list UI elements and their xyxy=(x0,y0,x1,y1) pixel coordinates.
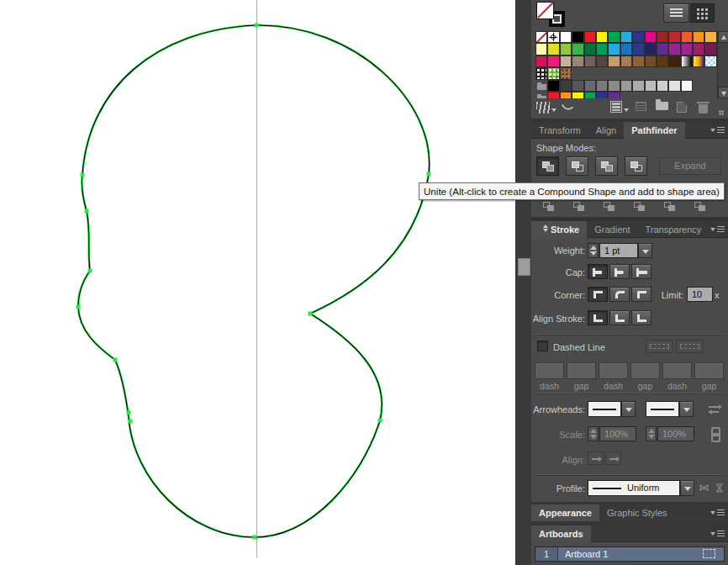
scroll-up-icon[interactable] xyxy=(718,31,728,43)
color-swatch[interactable] xyxy=(657,31,668,43)
scale-start-stepper[interactable] xyxy=(588,426,599,441)
profile-dropdown[interactable] xyxy=(680,480,694,496)
color-swatch[interactable] xyxy=(704,43,716,55)
artboard-canvas[interactable] xyxy=(0,0,515,565)
weight-stepper[interactable] xyxy=(588,243,599,258)
arrowhead-end-combo[interactable] xyxy=(646,401,679,417)
gradient-warm-swatch[interactable] xyxy=(693,55,704,67)
color-swatch[interactable] xyxy=(596,43,608,55)
color-swatch[interactable] xyxy=(693,31,704,43)
tab-graphic-styles[interactable]: Graphic Styles xyxy=(599,504,675,521)
color-swatch[interactable] xyxy=(596,92,608,98)
panel-menu-icon[interactable] xyxy=(710,226,725,232)
color-swatch[interactable] xyxy=(596,80,608,92)
color-swatch[interactable] xyxy=(584,92,596,98)
artboard-icon[interactable] xyxy=(703,549,715,558)
color-group-folder-icon[interactable] xyxy=(535,80,547,92)
color-swatch[interactable] xyxy=(572,92,583,98)
grid-view-menu-dropdown-icon[interactable] xyxy=(624,108,629,112)
expand-button[interactable]: Expand xyxy=(659,157,721,175)
color-swatch[interactable] xyxy=(535,43,547,55)
color-swatch[interactable] xyxy=(560,80,572,92)
color-swatch[interactable] xyxy=(681,31,693,43)
preserve-dash-button[interactable] xyxy=(646,340,673,353)
cap-projecting-button[interactable] xyxy=(631,264,652,279)
weight-field[interactable]: 1 pt xyxy=(599,243,638,258)
intersect-button[interactable] xyxy=(595,156,618,176)
delete-swatch-icon[interactable] xyxy=(699,104,708,114)
color-swatch[interactable] xyxy=(572,80,583,92)
flip-along-icon[interactable]: ⋈ xyxy=(698,482,710,494)
arrowhead-start-dropdown[interactable] xyxy=(621,401,636,417)
grid-view-button[interactable] xyxy=(690,3,715,23)
cap-butt-button[interactable] xyxy=(588,264,608,279)
pattern-texture-swatch[interactable] xyxy=(560,67,572,79)
color-swatch[interactable] xyxy=(632,55,644,67)
tab-transparency[interactable]: Transparency xyxy=(637,221,709,238)
pattern-dots-swatch[interactable] xyxy=(535,67,547,79)
divide-button[interactable] xyxy=(540,199,560,214)
color-swatch[interactable] xyxy=(657,43,668,55)
scale-start-field[interactable]: 100% xyxy=(599,426,636,441)
tab-stroke[interactable]: Stroke xyxy=(531,221,587,238)
profile-combo[interactable]: Uniform xyxy=(588,480,680,496)
scrollbar-thumb[interactable] xyxy=(518,258,530,276)
none-swatch[interactable] xyxy=(535,31,547,43)
merge-button[interactable] xyxy=(600,199,620,214)
gradient-bw-swatch[interactable] xyxy=(681,55,693,67)
color-swatch[interactable] xyxy=(620,55,632,67)
gap-field[interactable] xyxy=(694,362,724,379)
color-swatch[interactable] xyxy=(681,80,693,92)
swatch-options-icon[interactable] xyxy=(636,102,646,111)
color-swatch[interactable] xyxy=(632,43,644,55)
color-swatch[interactable] xyxy=(681,43,693,55)
scale-end-field[interactable]: 100% xyxy=(657,426,694,441)
color-swatch[interactable] xyxy=(620,43,632,55)
align-stroke-outside-button[interactable] xyxy=(631,310,652,325)
color-swatch[interactable] xyxy=(560,55,572,67)
color-swatch[interactable] xyxy=(596,31,608,43)
color-swatch[interactable] xyxy=(608,92,620,98)
link-scales-icon[interactable] xyxy=(710,427,719,441)
scroll-down-icon[interactable] xyxy=(718,87,728,98)
color-swatch[interactable] xyxy=(547,92,559,98)
color-swatch[interactable] xyxy=(596,55,608,67)
new-color-group-icon[interactable] xyxy=(656,102,668,110)
registration-swatch[interactable] xyxy=(547,31,559,43)
color-swatch[interactable] xyxy=(668,31,680,43)
color-swatch[interactable] xyxy=(535,55,547,67)
color-swatch[interactable] xyxy=(620,31,632,43)
panel-resize-grip[interactable] xyxy=(719,110,724,115)
dashed-line-checkbox[interactable] xyxy=(537,341,548,351)
cap-round-button[interactable] xyxy=(609,264,630,279)
color-swatch[interactable] xyxy=(632,31,644,43)
tab-gradient[interactable]: Gradient xyxy=(587,221,637,238)
align-dash-button[interactable] xyxy=(676,340,704,353)
color-swatch[interactable] xyxy=(572,43,583,55)
artboard-row[interactable]: 1 Artboard 1 xyxy=(535,547,725,562)
tab-artboards[interactable]: Artboards xyxy=(531,525,591,542)
minus-back-button[interactable] xyxy=(691,199,711,214)
align-arrow-end-button[interactable] xyxy=(605,451,621,465)
color-swatch[interactable] xyxy=(560,92,572,98)
scale-end-stepper[interactable] xyxy=(646,426,657,441)
swap-arrowheads-icon[interactable] xyxy=(709,404,722,415)
color-swatch[interactable] xyxy=(608,80,620,92)
color-swatch[interactable] xyxy=(645,43,657,55)
color-swatch[interactable] xyxy=(608,31,620,43)
panel-menu-icon[interactable] xyxy=(710,531,725,536)
corner-miter-button[interactable] xyxy=(588,287,608,302)
color-swatch[interactable] xyxy=(668,43,680,55)
crop-button[interactable] xyxy=(630,199,651,214)
align-arrow-tip-button[interactable] xyxy=(588,451,604,465)
unite-button[interactable] xyxy=(536,156,559,176)
color-swatch[interactable] xyxy=(572,55,583,67)
panel-menu-icon[interactable] xyxy=(710,127,725,133)
color-swatch[interactable] xyxy=(584,31,596,43)
color-swatch[interactable] xyxy=(560,31,572,43)
dash-field[interactable] xyxy=(599,362,628,379)
grid-view-menu-icon[interactable] xyxy=(611,102,621,112)
color-swatch[interactable] xyxy=(645,80,657,92)
color-swatch[interactable] xyxy=(608,55,620,67)
align-stroke-center-button[interactable] xyxy=(588,310,608,325)
